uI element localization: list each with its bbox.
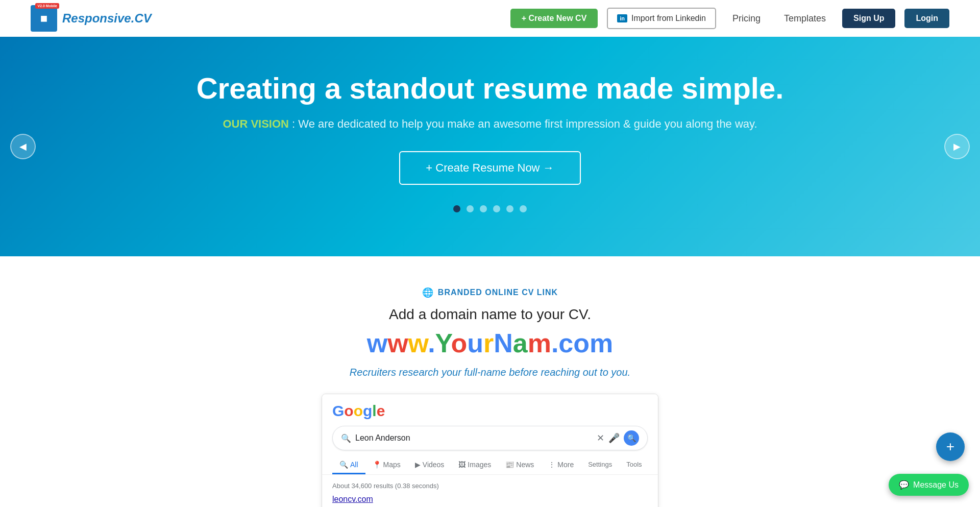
create-cv-button[interactable]: + Create New CV	[510, 9, 598, 28]
google-search-button[interactable]: 🔍	[624, 430, 639, 446]
nav-templates[interactable]: Templates	[777, 9, 833, 28]
hero-prev-button[interactable]: ◀	[10, 134, 36, 159]
search-icon-g: 🔍	[341, 433, 351, 443]
globe-icon: 🌐	[422, 287, 434, 298]
google-tabs: 🔍 All 📍 Maps ▶ Videos 🖼 Images 📰 News ⋮ …	[332, 456, 648, 474]
news-icon: 📰	[505, 461, 514, 469]
google-settings[interactable]: Settings	[581, 456, 619, 474]
fab-plus[interactable]: +	[936, 432, 965, 461]
search-clear-icon[interactable]: ✕	[597, 432, 604, 444]
section-domain: www.YourNam.com	[367, 328, 614, 358]
dot-6[interactable]	[520, 205, 527, 212]
google-tab-news[interactable]: 📰 News	[498, 456, 541, 474]
hero-title: Creating a standout resume made simple.	[197, 71, 784, 105]
nav-pricing[interactable]: Pricing	[725, 9, 768, 28]
hero-dots	[453, 205, 527, 212]
videos-icon: ▶	[415, 461, 421, 469]
google-tab-more[interactable]: ⋮ More	[541, 456, 581, 474]
hero-next-button[interactable]: ▶	[944, 134, 970, 159]
content-section: 🌐 BRANDED ONLINE CV LINK Add a domain na…	[0, 256, 980, 507]
logo-badge: V2.0 Mobile	[35, 3, 59, 9]
more-icon: ⋮	[548, 461, 555, 469]
google-search-value: Leon Anderson	[355, 433, 593, 443]
login-button[interactable]: Login	[904, 9, 949, 28]
result-link[interactable]: leoncv.com	[332, 495, 373, 503]
google-tools[interactable]: Tools	[619, 456, 649, 474]
maps-icon: 📍	[373, 461, 381, 469]
images-icon: 🖼	[458, 461, 465, 469]
hero-vision: OUR VISION : We are dedicated to help yo…	[223, 117, 757, 131]
google-tab-all[interactable]: 🔍 All	[332, 456, 365, 474]
google-mock-header: Google 🔍 Leon Anderson ✕ 🎤 🔍 🔍 All 📍 Map…	[322, 394, 658, 475]
dot-1[interactable]	[453, 205, 460, 212]
signup-button[interactable]: Sign Up	[842, 9, 895, 28]
create-resume-button[interactable]: + Create Resume Now →	[399, 151, 580, 185]
logo-icon: ■ V2.0 Mobile	[31, 5, 57, 32]
dot-3[interactable]	[480, 205, 487, 212]
whatsapp-button[interactable]: 💬 Message Us	[889, 474, 969, 496]
section-badge: 🌐 BRANDED ONLINE CV LINK	[422, 287, 558, 298]
search-mic-icon[interactable]: 🎤	[608, 432, 620, 444]
vision-label: OUR VISION	[223, 117, 289, 130]
result-count: About 34,600 results (0.38 seconds)	[332, 482, 648, 490]
dot-4[interactable]	[493, 205, 500, 212]
section-italic: Recruiters research your full-name befor…	[350, 367, 630, 378]
badge-text: BRANDED ONLINE CV LINK	[438, 288, 558, 297]
google-tab-maps[interactable]: 📍 Maps	[365, 456, 408, 474]
google-tab-images[interactable]: 🖼 Images	[451, 456, 498, 474]
google-mock-body: About 34,600 results (0.38 seconds) leon…	[322, 475, 658, 507]
google-search-bar: 🔍 Leon Anderson ✕ 🎤 🔍	[332, 426, 648, 450]
vision-text: : We are dedicated to help you make an a…	[292, 117, 757, 130]
logo[interactable]: ■ V2.0 Mobile Responsive.CV	[31, 5, 152, 32]
google-logo-mock: Google	[332, 402, 648, 420]
google-mock: Google 🔍 Leon Anderson ✕ 🎤 🔍 🔍 All 📍 Map…	[322, 394, 658, 507]
dot-2[interactable]	[467, 205, 474, 212]
whatsapp-label: Message Us	[913, 480, 959, 490]
logo-text: Responsive.CV	[62, 11, 152, 26]
hero-section: ◀ Creating a standout resume made simple…	[0, 37, 980, 256]
google-tab-videos[interactable]: ▶ Videos	[408, 456, 452, 474]
section-subtitle: Add a domain name to your CV.	[389, 306, 591, 323]
import-linkedin-button[interactable]: in Import from Linkedin	[607, 8, 716, 29]
navbar: ■ V2.0 Mobile Responsive.CV + Create New…	[0, 0, 980, 37]
all-icon: 🔍	[339, 461, 348, 469]
whatsapp-icon: 💬	[899, 480, 909, 490]
linkedin-icon: in	[617, 14, 627, 22]
dot-5[interactable]	[506, 205, 513, 212]
